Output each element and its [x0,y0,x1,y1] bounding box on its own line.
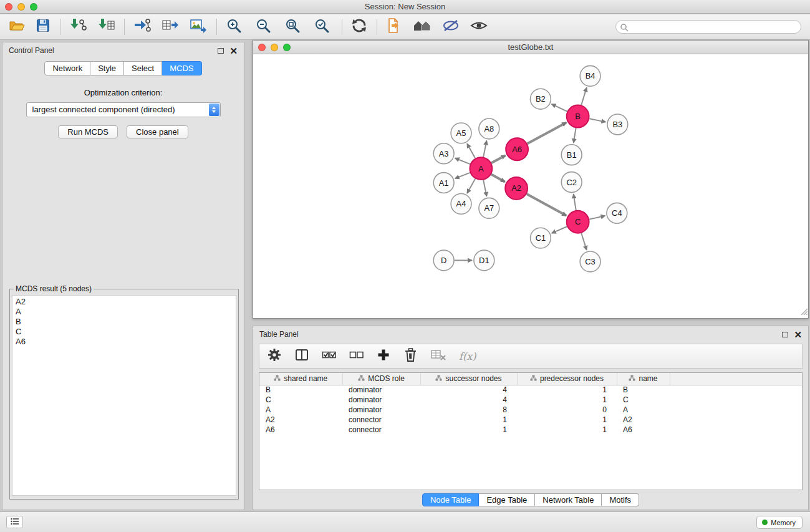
zoom-selected-button[interactable] [314,17,330,37]
hide-annotations-button[interactable] [442,17,460,37]
edge-B-B4[interactable] [581,87,587,105]
export-image-button[interactable] [190,17,207,37]
edge-A-A3[interactable] [455,158,470,164]
edge-C-C4[interactable] [589,216,605,220]
node-C2[interactable]: C2 [561,172,582,193]
zoom-fit-button[interactable] [284,17,301,37]
minimize-window-button[interactable] [17,3,25,11]
tab-node-table[interactable]: Node Table [422,493,480,506]
edge-A-A1[interactable] [455,173,470,178]
float-panel-icon[interactable] [218,48,224,54]
resize-grip-icon[interactable] [800,306,808,317]
export-table-button[interactable] [162,17,179,37]
node-B1[interactable]: B1 [561,145,582,165]
close-panel-button[interactable]: Close panel [127,125,188,138]
tab-mcds[interactable]: MCDS [162,61,201,75]
zoom-out-button[interactable] [255,17,271,37]
edge-C-C1[interactable] [552,226,567,233]
show-column-button[interactable] [294,347,309,365]
open-session-button[interactable] [9,17,25,37]
node-C1[interactable]: C1 [531,228,551,248]
table-settings-button[interactable] [267,347,282,365]
close-window-button[interactable] [5,3,12,11]
table-row[interactable]: A6connector11A6 [259,425,802,435]
mcds-result-item[interactable]: A6 [16,337,236,347]
node-A3[interactable]: A3 [433,143,454,164]
tab-edge-table[interactable]: Edge Table [479,493,535,506]
edge-A6-B[interactable] [528,122,567,143]
table-row[interactable]: A2connector11A2 [259,415,802,425]
node-B[interactable]: B [567,105,589,128]
function-builder-button[interactable]: f(x) [459,351,476,362]
edge-A-A4[interactable] [467,179,475,193]
minimize-network-window-button[interactable] [271,44,278,51]
add-column-button[interactable] [377,348,390,364]
criterion-select[interactable]: largest connected component (directed) [26,102,221,117]
search-input[interactable] [615,20,801,34]
import-table-button[interactable] [97,17,115,37]
node-D1[interactable]: D1 [474,250,494,271]
network-canvas[interactable]: B4B2BB3A5A8A6B1A3AC2A1A2A4A7C4CC1C3DD1 [253,55,808,318]
edge-A-A2[interactable] [491,174,505,181]
column-header-shared-name[interactable]: shared name [259,373,342,385]
save-session-button[interactable] [36,17,51,37]
mcds-result-item[interactable]: A [16,307,236,317]
table-row[interactable]: Bdominator41B [259,385,802,395]
node-A[interactable]: A [470,157,492,180]
task-history-button[interactable] [6,516,23,528]
edge-C-C3[interactable] [581,233,586,250]
float-table-panel-icon[interactable] [782,332,788,337]
table-row[interactable]: Adominator80A [259,405,802,415]
network-graph[interactable]: B4B2BB3A5A8A6B1A3AC2A1A2A4A7C4CC1C3DD1 [253,55,808,318]
memory-button[interactable]: Memory [756,516,803,529]
show-view-button[interactable] [470,17,488,37]
node-C[interactable]: C [567,211,589,233]
node-A5[interactable]: A5 [451,123,471,143]
mcds-result-item[interactable]: B [16,317,236,327]
edge-C-C2[interactable] [574,194,576,210]
deselect-all-button[interactable] [349,348,364,364]
run-mcds-button[interactable]: Run MCDS [58,125,118,138]
close-table-panel-icon[interactable]: ✕ [794,330,802,339]
mcds-result-item[interactable]: A2 [16,297,236,307]
home-button[interactable] [413,17,432,37]
edge-A-A5[interactable] [467,143,475,158]
node-table[interactable]: shared nameMCDS rolesuccessor nodesprede… [259,372,803,490]
delete-table-button[interactable] [430,348,446,364]
tab-network[interactable]: Network [44,61,90,75]
table-row[interactable]: Cdominator41C [259,395,802,405]
edge-A2-C[interactable] [527,194,567,216]
zoom-window-button[interactable] [30,3,37,11]
node-D[interactable]: D [433,250,454,271]
edge-B-B2[interactable] [552,104,567,112]
network-window-titlebar[interactable]: testGlobe.txt [253,41,808,54]
node-C4[interactable]: C4 [607,203,627,223]
node-A1[interactable]: A1 [433,173,454,193]
delete-column-button[interactable] [403,347,418,365]
edge-A-A6[interactable] [491,155,506,163]
node-A2[interactable]: A2 [505,177,528,200]
node-B2[interactable]: B2 [531,89,551,109]
close-network-window-button[interactable] [258,44,266,51]
mcds-result-list[interactable]: A2ABCA6 [12,295,236,496]
document-button[interactable] [386,17,402,37]
refresh-button[interactable] [351,17,367,37]
tab-motifs[interactable]: Motifs [602,493,639,506]
node-A6[interactable]: A6 [506,138,528,160]
node-B4[interactable]: B4 [580,65,600,86]
column-header-MCDS-role[interactable]: MCDS role [342,373,420,385]
select-all-button[interactable] [322,348,337,364]
edge-B-B1[interactable] [574,128,576,143]
node-A7[interactable]: A7 [479,198,499,218]
node-A4[interactable]: A4 [451,193,471,214]
zoom-in-button[interactable] [226,17,242,37]
tab-network-table[interactable]: Network Table [535,493,602,506]
tab-select[interactable]: Select [124,61,162,75]
import-network-button[interactable] [69,17,87,37]
column-header-name[interactable]: name [617,373,670,385]
zoom-network-window-button[interactable] [283,44,291,51]
edge-A-A8[interactable] [483,140,486,157]
edge-A-A7[interactable] [483,180,486,196]
close-panel-icon[interactable]: ✕ [229,46,238,56]
edge-B-B3[interactable] [589,118,605,122]
